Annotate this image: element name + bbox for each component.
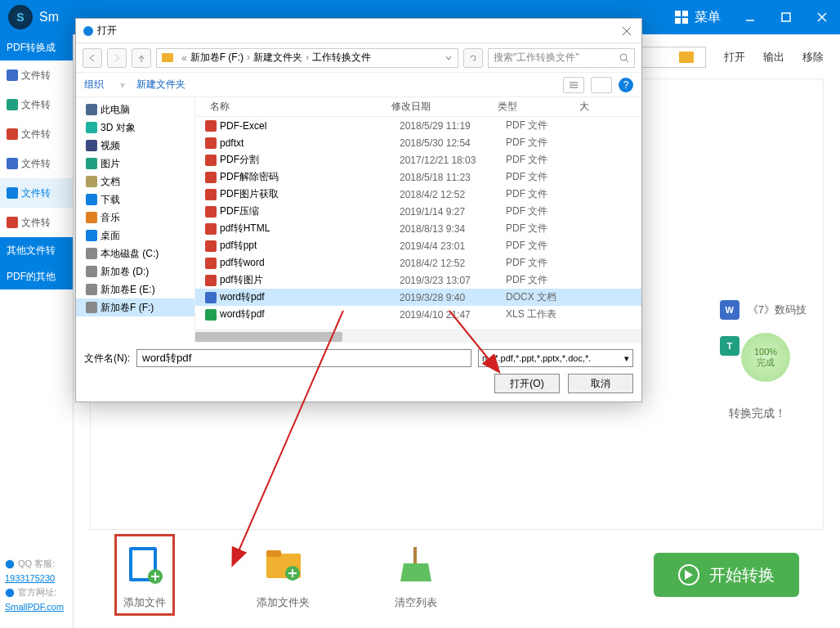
file-row[interactable]: PDF图片获取2018/4/2 12:52PDF 文件	[195, 186, 641, 203]
breadcrumb-segment[interactable]: 新加卷F (F:)	[190, 52, 244, 63]
svg-rect-48	[205, 172, 217, 183]
pdf-icon	[205, 275, 217, 286]
file-row[interactable]: PDF解除密码2018/5/18 11:23PDF 文件	[195, 168, 641, 186]
svg-rect-9	[7, 217, 18, 228]
disk-icon	[86, 302, 97, 313]
pdf-icon	[205, 240, 217, 252]
tree-item[interactable]: 文档	[76, 173, 194, 191]
pdf-icon	[205, 189, 217, 200]
maximize-button[interactable]	[768, 0, 804, 34]
file-row[interactable]: pdftxt2018/5/30 12:54PDF 文件	[195, 134, 641, 151]
file-type-badge: W	[720, 300, 739, 320]
file-open-dialog: 打开 « 新加卷F (F:)›新建文件夹›工作转换文件 搜索"工作转换文件" 组…	[75, 18, 642, 402]
tree-item[interactable]: 下载	[76, 191, 194, 209]
svg-rect-45	[205, 120, 217, 132]
file-row[interactable]: PDF压缩2019/1/14 9:27PDF 文件	[195, 203, 641, 220]
sidebar-item[interactable]: 文件转	[0, 119, 73, 149]
svg-rect-49	[205, 189, 217, 200]
clear-list-button[interactable]: 清空列表	[391, 540, 440, 610]
sidebar-item[interactable]: 文件转	[0, 61, 73, 90]
svg-rect-47	[205, 155, 217, 166]
nav-up-button[interactable]	[132, 48, 151, 68]
tree-item[interactable]: 图片	[76, 155, 194, 173]
svg-rect-55	[205, 292, 217, 303]
svg-rect-4	[7, 70, 18, 81]
nav-back-button[interactable]	[83, 48, 102, 68]
tree-item[interactable]: 音乐	[76, 209, 194, 227]
file-row[interactable]: PDF分割2017/12/21 18:03PDF 文件	[195, 151, 641, 168]
tree-item[interactable]: 桌面	[76, 227, 194, 244]
svg-rect-46	[205, 137, 217, 149]
svg-rect-38	[86, 194, 97, 205]
sidebar-item[interactable]: 文件转	[0, 90, 73, 119]
svg-rect-40	[86, 230, 97, 241]
search-input[interactable]: 搜索"工作转换文件"	[488, 48, 635, 68]
start-convert-button[interactable]: 开始转换	[654, 553, 799, 597]
add-folder-button[interactable]: 添加文件夹	[257, 540, 310, 610]
done-text: 转换完成！	[729, 406, 786, 421]
ie-icon	[5, 588, 15, 598]
tree-item[interactable]: 视频	[76, 137, 194, 155]
new-folder-button[interactable]: 新建文件夹	[136, 78, 185, 92]
file-row[interactable]: pdf转word2018/4/2 12:52PDF 文件	[195, 254, 641, 271]
cancel-button[interactable]: 取消	[568, 374, 633, 393]
help-icon[interactable]: ?	[619, 78, 633, 92]
minimize-button[interactable]	[732, 0, 768, 34]
sidebar-item[interactable]: 文件转	[0, 149, 73, 178]
file-filter-select[interactable]: ny(*.pdf,*.ppt,*.pptx,*.doc,*. ▾	[478, 349, 633, 367]
sidebar-item[interactable]: 文件转	[0, 178, 73, 208]
column-headers[interactable]: 名称 修改日期 类型 大	[195, 97, 641, 117]
add-file-button[interactable]: 添加文件	[114, 534, 175, 616]
open-button[interactable]: 打开(O)	[494, 374, 560, 393]
svg-rect-54	[205, 275, 217, 286]
menu-button[interactable]: 菜单	[664, 0, 732, 34]
close-button[interactable]	[804, 0, 840, 34]
sidebar-item[interactable]: 文件转	[0, 208, 73, 237]
folder-tree[interactable]: 此电脑3D 对象视频图片文档下载音乐桌面本地磁盘 (C:)新加卷 (D:)新加卷…	[76, 97, 195, 343]
play-icon	[678, 564, 699, 585]
organize-menu[interactable]: 组织	[84, 78, 104, 92]
file-row[interactable]: pdf转图片2019/3/23 13:07PDF 文件	[195, 271, 641, 289]
pdf-icon	[205, 258, 217, 269]
music-icon	[86, 212, 97, 223]
tree-item[interactable]: 3D 对象	[76, 119, 194, 137]
add-folder-icon	[259, 540, 308, 589]
breadcrumb-segment[interactable]: 工作转换文件	[312, 52, 371, 63]
refresh-button[interactable]	[463, 48, 483, 68]
3d-icon	[86, 122, 97, 133]
svg-rect-5	[7, 99, 18, 110]
converted-file-row[interactable]: W《7》数码技	[712, 292, 815, 328]
file-row[interactable]: word转pdf2019/3/28 9:40DOCX 文档	[195, 289, 641, 306]
filename-input[interactable]	[136, 349, 471, 367]
tree-item[interactable]: 新加卷F (F:)	[76, 298, 194, 316]
file-row[interactable]: word转pdf2019/4/10 21:47XLS 工作表	[195, 306, 641, 323]
tree-item[interactable]: 新加卷 (D:)	[76, 262, 194, 280]
horizontal-scrollbar[interactable]	[195, 330, 641, 343]
tree-item[interactable]: 此电脑	[76, 101, 194, 119]
dialog-close-button[interactable]	[619, 23, 635, 39]
app-title: Sm	[39, 10, 59, 25]
xls-icon	[205, 309, 217, 321]
view-mode-button[interactable]	[563, 77, 584, 93]
svg-rect-1	[782, 13, 790, 21]
pdf-icon	[205, 120, 217, 132]
pdf-icon	[205, 172, 217, 183]
output-tab[interactable]: 移除	[802, 50, 824, 65]
output-tab[interactable]: 输出	[763, 50, 784, 65]
svg-rect-51	[205, 223, 217, 235]
qq-link[interactable]: 1933175230	[5, 573, 55, 583]
file-row[interactable]: pdf转HTML2018/8/13 9:34PDF 文件	[195, 220, 641, 237]
breadcrumb-segment[interactable]: 新建文件夹	[253, 52, 302, 63]
tree-item[interactable]: 新加卷E (E:)	[76, 280, 194, 298]
app-logo-icon: S	[8, 5, 33, 29]
output-tab[interactable]: 打开	[724, 50, 745, 65]
preview-toggle[interactable]	[591, 77, 612, 93]
file-row[interactable]: pdf转ppt2019/4/4 23:01PDF 文件	[195, 237, 641, 254]
tree-item[interactable]: 本地磁盘 (C:)	[76, 244, 194, 262]
chevron-down-icon[interactable]	[445, 54, 453, 62]
search-icon	[619, 53, 629, 63]
breadcrumb-path[interactable]: « 新加卷F (F:)›新建文件夹›工作转换文件	[156, 48, 458, 68]
site-link[interactable]: SmallPDF.com	[5, 602, 64, 612]
file-row[interactable]: PDF-Excel2018/5/29 11:19PDF 文件	[195, 117, 641, 134]
nav-fwd-button[interactable]	[107, 48, 127, 68]
